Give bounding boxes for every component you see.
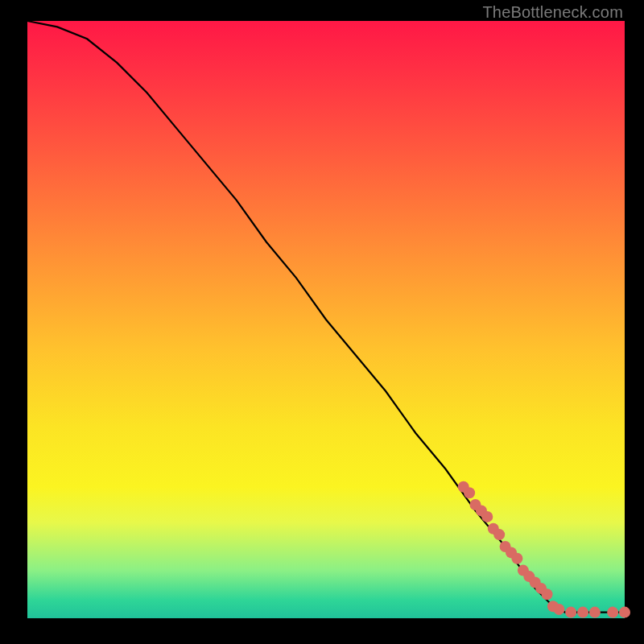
data-points-group	[458, 481, 630, 618]
data-point	[542, 588, 553, 600]
data-point	[553, 604, 564, 615]
bottleneck-curve	[27, 21, 625, 613]
attribution-label: TheBottleneck.com	[482, 3, 623, 22]
data-point	[493, 529, 505, 540]
data-point	[577, 607, 588, 618]
chart-frame: TheBottleneck.com	[0, 0, 644, 644]
chart-svg	[27, 21, 625, 618]
data-point	[619, 607, 630, 618]
plot-area	[27, 21, 625, 618]
data-point	[589, 607, 601, 618]
data-point	[481, 511, 493, 522]
data-point	[511, 553, 522, 564]
data-point	[464, 487, 475, 498]
data-point	[565, 607, 576, 618]
data-point	[607, 607, 618, 618]
